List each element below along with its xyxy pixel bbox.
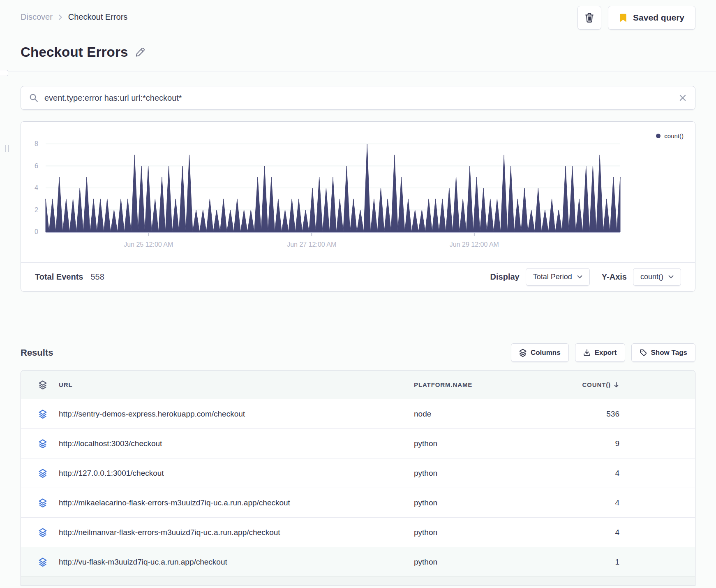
breadcrumb-chevron-icon [58,14,62,21]
stack-icon [519,349,527,357]
cell-platform-name: python [414,558,562,567]
row-stack-icon[interactable] [21,528,59,537]
yaxis-label: Y-Axis [602,272,627,282]
stack-column-icon[interactable] [21,380,59,389]
search-bar[interactable] [21,86,695,110]
svg-text:0: 0 [35,228,38,235]
area-chart: 02468Jun 25 12:00 AMJun 27 12:00 AMJun 2… [21,122,695,262]
cell-count: 4 [562,469,619,478]
row-stack-icon[interactable] [21,439,59,448]
page-title: Checkout Errors [21,44,128,60]
breadcrumb-current: Checkout Errors [68,12,128,22]
table-footer-strip [21,577,695,586]
cell-url[interactable]: http://localhost:3003/checkout [59,439,414,448]
columns-button[interactable]: Columns [511,343,569,362]
export-button-label: Export [595,349,617,357]
cell-count: 536 [562,410,619,419]
show-tags-button-label: Show Tags [651,349,687,357]
cell-count: 1 [562,558,619,567]
delete-button[interactable] [577,6,601,30]
svg-text:Jun 25 12:00 AM: Jun 25 12:00 AM [124,241,173,248]
top-bar: Discover Checkout Errors [21,0,695,30]
chart-legend[interactable]: count() [656,132,684,139]
saved-query-button[interactable]: Saved query [608,6,695,30]
column-header-count[interactable]: COUNT() [562,381,619,388]
chevron-down-icon [668,275,674,279]
svg-text:4: 4 [35,184,38,191]
breadcrumb: Discover Checkout Errors [21,12,127,22]
table-row[interactable]: http://mikaelacarino-flask-errors-m3uuiz… [21,488,695,518]
row-stack-icon[interactable] [21,469,59,478]
events-chart-panel: 02468Jun 25 12:00 AMJun 27 12:00 AMJun 2… [21,121,695,292]
table-header-row: URL PLATFORM.NAME COUNT() [21,370,695,399]
results-table: URL PLATFORM.NAME COUNT() http://sentry-… [21,370,695,586]
cell-platform-name: node [414,410,562,419]
columns-button-label: Columns [531,349,561,357]
panel-drag-grip[interactable] [5,145,9,152]
table-row[interactable]: http://127.0.0.1:3001/checkoutpython4 [21,458,695,488]
legend-dot-icon [656,134,661,138]
header-divider [0,72,716,72]
events-chart[interactable]: 02468Jun 25 12:00 AMJun 27 12:00 AMJun 2… [21,122,695,262]
total-events-label: Total Events [35,272,83,282]
row-stack-icon[interactable] [21,558,59,567]
cell-url[interactable]: http://sentry-demos-express.herokuapp.co… [59,410,414,419]
sort-descending-arrow-icon [613,382,619,388]
yaxis-dropdown-value: count() [640,273,663,281]
svg-text:Jun 29 12:00 AM: Jun 29 12:00 AM [450,241,499,248]
row-stack-icon[interactable] [21,410,59,419]
saved-query-label: Saved query [633,13,684,23]
column-header-platform[interactable]: PLATFORM.NAME [414,381,562,388]
table-row[interactable]: http://localhost:3003/checkoutpython9 [21,429,695,458]
edit-title-pencil-icon[interactable] [135,47,146,58]
cell-platform-name: python [414,439,562,448]
yaxis-dropdown[interactable]: count() [633,268,681,286]
bookmark-icon [619,13,627,23]
export-button[interactable]: Export [575,343,625,362]
legend-label: count() [664,132,684,139]
tag-icon [640,349,647,357]
cell-count: 4 [562,528,619,537]
search-input[interactable] [44,93,679,103]
cell-url[interactable]: http://neilmanvar-flask-errors-m3uuizd7i… [59,528,414,537]
table-row[interactable]: http://neilmanvar-flask-errors-m3uuizd7i… [21,518,695,547]
svg-text:Jun 27 12:00 AM: Jun 27 12:00 AM [287,241,336,248]
cell-platform-name: python [414,469,562,478]
download-icon [583,349,591,357]
display-dropdown[interactable]: Total Period [526,268,590,286]
svg-text:6: 6 [35,162,38,169]
cell-platform-name: python [414,498,562,507]
display-dropdown-value: Total Period [533,273,572,281]
cell-count: 4 [562,498,619,507]
cell-url[interactable]: http://127.0.0.1:3001/checkout [59,469,414,478]
display-label: Display [490,272,520,282]
column-header-url[interactable]: URL [59,381,414,388]
clear-search-icon[interactable] [679,94,687,102]
cell-url[interactable]: http://vu-flask-m3uuizd7iq-uc.a.run.app/… [59,558,414,567]
table-row[interactable]: http://sentry-demos-express.herokuapp.co… [21,399,695,429]
svg-text:2: 2 [35,206,38,213]
breadcrumb-discover[interactable]: Discover [21,12,53,22]
count-header-label: COUNT() [582,381,611,388]
sidebar-collapse-handle[interactable] [0,70,8,76]
svg-text:8: 8 [35,140,38,147]
chevron-down-icon [577,275,582,279]
show-tags-button[interactable]: Show Tags [631,343,695,362]
cell-url[interactable]: http://mikaelacarino-flask-errors-m3uuiz… [59,498,414,507]
cell-count: 9 [562,439,619,448]
cell-platform-name: python [414,528,562,537]
search-icon [29,93,38,102]
table-row[interactable]: http://vu-flask-m3uuizd7iq-uc.a.run.app/… [21,547,695,577]
total-events-value: 558 [90,272,104,282]
row-stack-icon[interactable] [21,498,59,507]
results-heading: Results [21,347,53,358]
trash-icon [584,12,594,23]
